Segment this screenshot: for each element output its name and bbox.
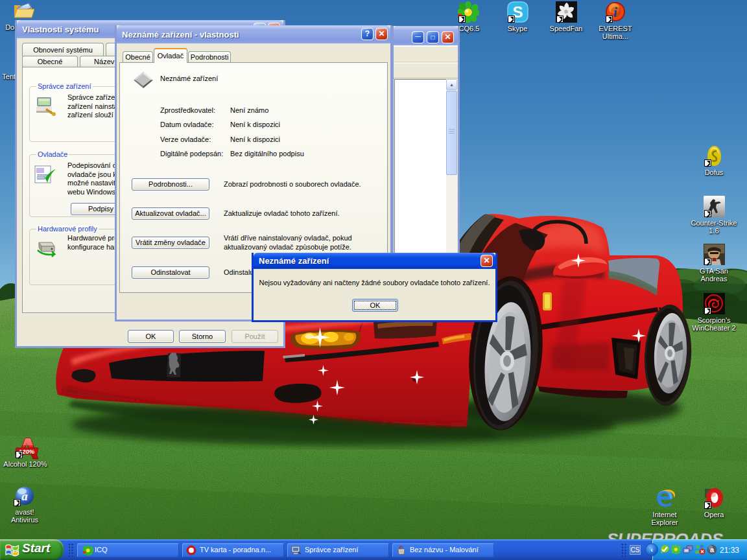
svg-text:a: a	[710, 546, 715, 554]
svg-text:a: a	[21, 489, 28, 503]
svg-text:i: i	[613, 5, 617, 20]
